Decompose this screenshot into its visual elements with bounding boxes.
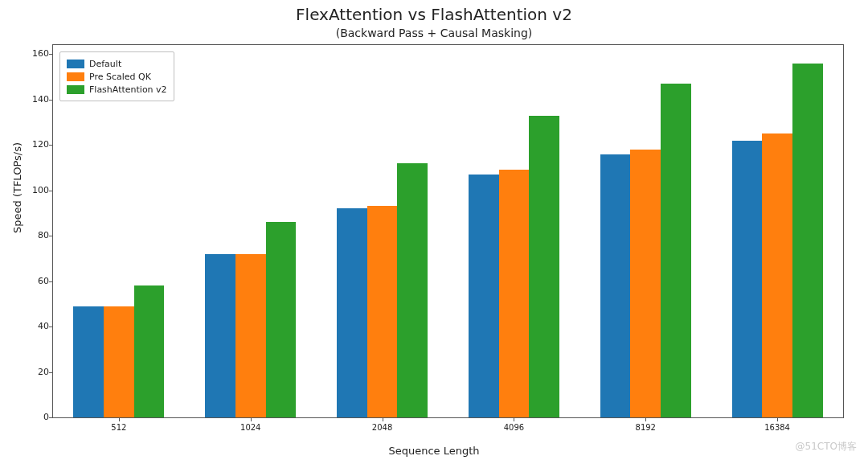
bar-flashattention-v2 (134, 285, 165, 417)
y-tick-label: 0 (9, 413, 49, 422)
bar-default (600, 154, 631, 417)
y-tick-mark (49, 372, 53, 373)
x-tick-label: 512 (111, 423, 126, 432)
bar-flashattention-v2 (266, 222, 297, 417)
x-tick-label: 2048 (372, 423, 392, 432)
y-tick-mark (49, 236, 53, 236)
legend-item: Pre Scaled QK (67, 70, 167, 83)
bar-pre-scaled-qk (630, 150, 661, 417)
x-tick-label: 16384 (764, 423, 790, 432)
chart-frame: { "title": "FlexAttention vs FlashAttent… (0, 0, 868, 460)
x-tick-mark (645, 417, 646, 421)
bar-default (205, 254, 235, 417)
y-tick-mark (49, 145, 53, 146)
bar-flashattention-v2 (792, 64, 823, 417)
legend-label: Default (89, 59, 121, 69)
y-tick-label: 80 (9, 231, 49, 240)
bar-default (469, 175, 499, 417)
y-tick-mark (49, 281, 53, 282)
y-tick-label: 140 (9, 95, 49, 105)
bar-flashattention-v2 (397, 163, 428, 417)
legend-item: FlashAttention v2 (67, 83, 167, 96)
watermark-text: @51CTO博客 (796, 440, 857, 454)
y-tick-label: 100 (9, 186, 49, 195)
bar-pre-scaled-qk (104, 306, 134, 417)
chart-subtitle: (Backward Pass + Causal Masking) (0, 27, 868, 39)
bar-pre-scaled-qk (235, 254, 266, 417)
legend-swatch-prescaled (67, 72, 84, 81)
x-tick-mark (119, 417, 120, 421)
bar-default (337, 208, 367, 417)
y-tick-label: 60 (9, 277, 49, 286)
y-tick-mark (49, 54, 53, 55)
y-tick-label: 120 (9, 140, 49, 150)
bar-default (73, 306, 104, 417)
plot-area: Default Pre Scaled QK FlashAttention v2 … (52, 44, 844, 418)
bar-pre-scaled-qk (367, 206, 398, 417)
legend-swatch-flashattn (67, 85, 84, 94)
chart-title: FlexAttention vs FlashAttention v2 (0, 5, 868, 24)
x-tick-mark (251, 417, 252, 421)
bar-flashattention-v2 (661, 84, 691, 417)
legend-item: Default (67, 57, 167, 70)
x-tick-label: 4096 (504, 423, 524, 432)
bar-default (732, 141, 763, 417)
x-tick-label: 1024 (240, 423, 260, 432)
legend-label: FlashAttention v2 (89, 84, 167, 95)
y-tick-mark (49, 417, 53, 418)
legend-box: Default Pre Scaled QK FlashAttention v2 (59, 51, 174, 101)
x-tick-label: 8192 (636, 423, 656, 432)
x-axis-label: Sequence Length (0, 445, 868, 457)
x-tick-mark (514, 417, 514, 421)
bar-pre-scaled-qk (762, 133, 792, 417)
y-tick-label: 20 (9, 368, 49, 377)
y-tick-label: 160 (9, 49, 49, 59)
bar-flashattention-v2 (529, 116, 559, 417)
y-tick-mark (49, 100, 53, 101)
y-tick-label: 40 (9, 322, 49, 331)
legend-label: Pre Scaled QK (89, 72, 151, 82)
x-tick-mark (383, 417, 383, 421)
bar-pre-scaled-qk (499, 170, 530, 417)
y-tick-mark (49, 327, 53, 327)
y-tick-mark (49, 191, 53, 191)
x-tick-mark (777, 417, 778, 421)
legend-swatch-default (67, 60, 84, 68)
